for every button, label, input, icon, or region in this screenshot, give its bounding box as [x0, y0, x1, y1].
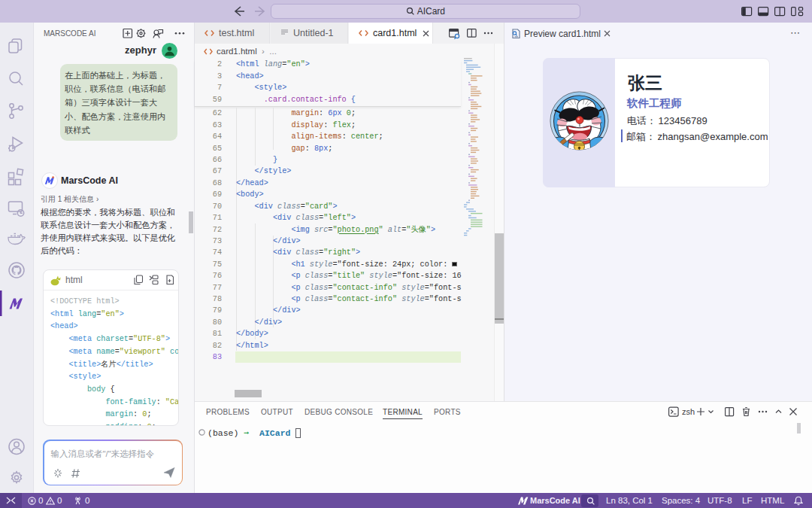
svg-text:zsh: zsh [682, 407, 695, 416]
